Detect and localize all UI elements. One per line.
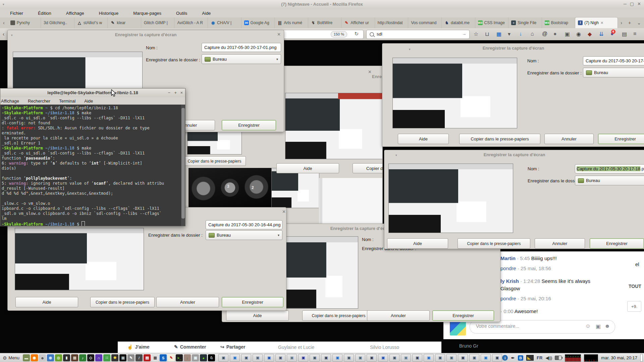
- save-button[interactable]: Enregistrer: [222, 297, 283, 307]
- launcher-s-app[interactable]: S: [160, 354, 167, 361]
- copy-to-clipboard-button[interactable]: Copier dans le presse-papiers: [353, 163, 383, 173]
- save-page-icon[interactable]: ▦: [496, 31, 501, 37]
- screenshot-icon[interactable]: ▣: [565, 31, 570, 37]
- mastodon-icon[interactable]: @: [542, 31, 547, 37]
- close-icon[interactable]: ✕: [368, 69, 372, 74]
- scrollbar[interactable]: [181, 105, 185, 226]
- taskbar-window-5[interactable]: ▣: [264, 354, 274, 362]
- more-badge[interactable]: +9.: [627, 301, 641, 312]
- launcher-spiral-app[interactable]: ◎: [55, 354, 62, 361]
- taskbar-window-11[interactable]: ▣: [332, 354, 342, 362]
- launcher-grid-app[interactable]: ▦: [152, 354, 159, 361]
- copy-to-clipboard-button[interactable]: Copier dans le presse-papiers: [90, 297, 155, 307]
- tab-6[interactable]: AviGlitch - A R: [174, 17, 208, 28]
- launcher-rocket-app[interactable]: ♘: [208, 354, 215, 361]
- launcher-headphones-app[interactable]: ∩: [95, 354, 102, 361]
- cancel-button[interactable]: Annuler: [535, 238, 585, 249]
- taskbar-window-3[interactable]: ▣: [241, 354, 251, 362]
- taskbar-window-12[interactable]: ▣: [344, 354, 354, 362]
- close-button[interactable]: ×: [180, 90, 183, 95]
- launcher-film-app[interactable]: ▦: [71, 354, 78, 361]
- launcher-molecule-app[interactable]: ∷: [103, 354, 110, 361]
- terminal-menu-aide[interactable]: Aide: [84, 99, 93, 104]
- launcher-calc-app[interactable]: ▤: [144, 354, 151, 361]
- info-tray-icon[interactable]: i: [502, 355, 508, 361]
- comment-button[interactable]: ✎ Commenter: [174, 344, 206, 350]
- launcher-music-app[interactable]: ♪: [79, 354, 86, 361]
- help-button[interactable]: Aide: [387, 238, 448, 249]
- launcher-pen-app[interactable]: ✎: [127, 354, 135, 361]
- downthemall-icon[interactable]: ⇊: [599, 31, 603, 37]
- menu-affichage[interactable]: Affichage: [66, 11, 84, 16]
- filename-input[interactable]: Capture du 2017-05-30 20-16-44.png: [206, 220, 282, 229]
- eye-icon[interactable]: ◉: [576, 31, 581, 37]
- scrollbar-thumb[interactable]: [181, 108, 185, 219]
- taskbar-window-18[interactable]: ▣: [412, 354, 422, 362]
- launcher-unity-app[interactable]: ◇: [87, 354, 94, 361]
- launcher-face-app[interactable]: ☻: [39, 354, 46, 361]
- share-button[interactable]: ↪ Partager: [220, 344, 246, 350]
- tab-18[interactable]: f(7) Nigh✕: [575, 17, 618, 28]
- search-input[interactable]: sdl: [377, 32, 382, 37]
- sticker-icon[interactable]: ☻: [604, 323, 610, 329]
- launcher-notes-app[interactable]: ✎: [168, 354, 175, 361]
- like-button[interactable]: ☝ J'aime: [127, 344, 150, 350]
- menu-fichier[interactable]: Fichier: [10, 11, 23, 16]
- menu-outils[interactable]: Outils: [176, 11, 187, 16]
- comment-input[interactable]: Votre commentaire...: [476, 323, 519, 329]
- folder-dropdown[interactable]: Bureau ▾: [206, 230, 282, 240]
- copy-to-clipboard-button[interactable]: Copier dans le presse-papiers: [458, 238, 530, 249]
- cancel-button[interactable]: Annuler: [544, 134, 594, 144]
- taskbar-window-25[interactable]: ▣: [492, 354, 502, 362]
- terminal-menu-rechercher[interactable]: Rechercher: [28, 99, 50, 104]
- launcher-package-app[interactable]: ↓: [184, 354, 191, 361]
- terminal-output[interactable]: -Skylake-Platform ~ $ cd /home/lep0le/ib…: [0, 105, 181, 226]
- filename-input[interactable]: Capture du 2017-05-30 20-17-01.png: [202, 43, 281, 52]
- tab-2[interactable]: 3d Glitching..: [41, 17, 74, 28]
- tab-11[interactable]: ✎Afficher ur: [341, 17, 375, 28]
- menu-button[interactable]: ⚙ Menu: [0, 353, 23, 362]
- tab-4[interactable]: ✎klear: [108, 17, 141, 28]
- menu-marque-pages[interactable]: Marque-pages: [133, 11, 161, 16]
- taskbar-window-19[interactable]: ▣: [424, 354, 434, 362]
- search-bar[interactable]: sdl →: [366, 30, 470, 39]
- launcher-show-desktop[interactable]: ▬: [23, 354, 30, 361]
- downloads-icon[interactable]: ↓: [519, 31, 522, 37]
- taskbar-window-20[interactable]: ▣: [435, 354, 445, 362]
- taskbar-window-14[interactable]: ▣: [367, 354, 377, 362]
- tab-12[interactable]: http://lostindat: [375, 17, 409, 28]
- bluetooth-icon[interactable]: B: [518, 355, 523, 361]
- menu-historique[interactable]: Historique: [99, 11, 119, 16]
- taskbar-window-13[interactable]: ▣: [355, 354, 365, 362]
- cancel-button[interactable]: Annuler: [367, 310, 430, 321]
- taskbar-window-24[interactable]: ▣: [481, 354, 491, 362]
- tab-15[interactable]: W3CSS Image: [475, 17, 509, 28]
- filename-input[interactable]: Capture du 2017-05-30 20-17-12: [583, 56, 644, 65]
- taskbar-window-15[interactable]: ▣: [378, 354, 388, 362]
- taskbar-window-4[interactable]: ▣: [253, 354, 263, 362]
- ublock-icon[interactable]: ◆: [588, 31, 592, 37]
- firefox-titlebar[interactable]: ▾ (7) Nightwave - Accueil - Mozilla Fire…: [0, 0, 644, 9]
- launcher-jack-app[interactable]: /: [136, 354, 143, 361]
- copy-to-clipboard-button[interactable]: Copier dans le presse-papiers: [459, 134, 540, 144]
- network-monitor-graph[interactable]: [565, 354, 581, 362]
- taskbar-window-9[interactable]: ▣: [310, 354, 320, 362]
- close-icon[interactable]: ✕: [277, 32, 281, 37]
- taskbar-window-21[interactable]: ▣: [446, 354, 457, 362]
- hamburger-menu-icon[interactable]: ≡: [633, 31, 636, 37]
- zoom-level-badge[interactable]: 150 %: [331, 31, 347, 38]
- copy-to-clipboard-button[interactable]: Copier dans le presse-papiers: [302, 310, 375, 321]
- taskbar-window-6[interactable]: ▣: [275, 354, 285, 362]
- list-tabs-button[interactable]: ⌄: [634, 17, 644, 28]
- home-icon[interactable]: ⌂: [531, 31, 534, 37]
- tab-5[interactable]: Glitch GIMP |: [141, 17, 175, 28]
- tab-10[interactable]: ↯BoltWire: [308, 17, 342, 28]
- terminal-menu-terminal[interactable]: Terminal: [59, 99, 75, 104]
- minimize-button[interactable]: −: [168, 90, 170, 95]
- show-desktop-button[interactable]: [640, 354, 643, 362]
- tab-scroll-right[interactable]: ›: [618, 17, 625, 28]
- save-button[interactable]: Enregistrer: [598, 134, 644, 144]
- scrollbar[interactable]: [319, 178, 322, 224]
- taskbar-window-23[interactable]: ▣: [469, 354, 479, 362]
- help-button[interactable]: Aide: [276, 163, 339, 173]
